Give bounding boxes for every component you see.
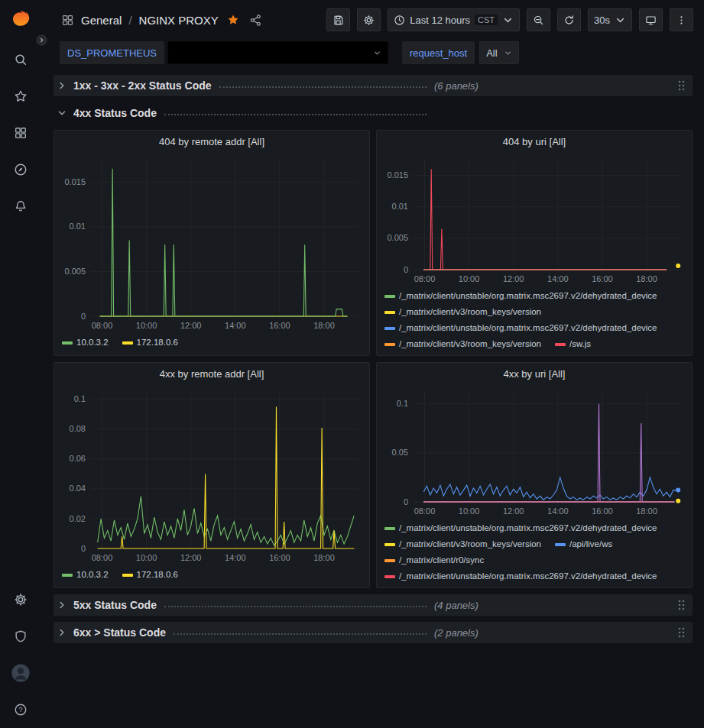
refresh-interval-picker[interactable]: 30s — [588, 8, 632, 31]
row-drag-handle[interactable] — [676, 78, 686, 93]
kiosk-mode-button[interactable] — [639, 8, 663, 31]
svg-text:0.015: 0.015 — [64, 177, 86, 186]
compass-icon — [14, 163, 28, 176]
variable-request-host: request_host All — [402, 41, 519, 64]
save-dashboard-button[interactable] — [326, 8, 350, 31]
legend-item[interactable]: /_matrix/client/unstable/org.matrix.msc2… — [384, 288, 657, 304]
sidebar-item-alerting[interactable] — [0, 188, 41, 225]
apps-icon — [61, 14, 74, 27]
series-color-marker — [384, 327, 395, 330]
legend-row: /_matrix/client/unstable/org.matrix.msc2… — [384, 520, 684, 536]
legend-item[interactable]: /sw.js — [555, 336, 591, 352]
legend-item[interactable]: /_matrix/client/v3/room_keys/version — [384, 536, 541, 552]
dotted-leader — [219, 86, 427, 88]
chart-area[interactable]: 00.020.040.060.080.108:0010:0012:0014:00… — [54, 384, 369, 565]
time-range-picker[interactable]: Last 12 hours CST — [388, 8, 520, 31]
dashboard-row-6xx[interactable]: 6xx > Status Code (2 panels) — [54, 622, 693, 643]
legend-item[interactable]: 10.0.3.2 — [62, 335, 109, 351]
sidebar-item-search[interactable] — [0, 41, 41, 78]
series-color-marker — [384, 543, 395, 546]
legend-row: /_matrix/client/v3/room_keys/version/api… — [384, 536, 684, 552]
sidebar-item-help[interactable]: ? — [0, 691, 41, 728]
series-label: 172.18.0.6 — [137, 567, 178, 583]
sidebar-item-profile[interactable] — [0, 655, 41, 691]
legend-row: /_matrix/client/v3/room_keys/version — [384, 304, 684, 320]
sidebar-item-starred[interactable] — [0, 78, 41, 115]
legend-item[interactable]: 172.18.0.6 — [122, 335, 178, 351]
grafana-logo[interactable] — [9, 8, 32, 31]
row-drag-handle[interactable] — [676, 597, 686, 613]
variable-label: request_host — [402, 41, 475, 64]
svg-text:0: 0 — [404, 265, 408, 274]
series-color-marker — [384, 343, 395, 346]
breadcrumb-dashboard-title[interactable]: NGINX PROXY — [139, 14, 219, 27]
dashboard-settings-button[interactable] — [357, 8, 381, 31]
breadcrumb-folder[interactable]: General — [81, 14, 122, 27]
svg-text:0.05: 0.05 — [392, 448, 408, 457]
clock-icon — [394, 15, 405, 26]
svg-text:0.04: 0.04 — [70, 484, 86, 493]
dashboard-row-4xx[interactable]: 4xx Status Code — [54, 102, 693, 124]
variable-value: All — [486, 47, 497, 59]
svg-text:0.1: 0.1 — [397, 399, 408, 408]
legend-item[interactable]: /_matrix/client/unstable/org.matrix.msc2… — [384, 320, 657, 336]
legend-item[interactable]: /_matrix/client/unstable/org.matrix.msc2… — [384, 568, 657, 584]
legend-item[interactable]: /api/live/ws — [555, 536, 612, 552]
favorite-star-button[interactable] — [227, 14, 239, 26]
more-options-button[interactable] — [670, 8, 693, 31]
dashboard-row-5xx[interactable]: 5xx Status Code (4 panels) — [54, 594, 693, 616]
bell-icon — [14, 199, 28, 213]
svg-text:12:00: 12:00 — [503, 274, 524, 283]
panel-header[interactable]: 4xx by remote addr [All] — [54, 363, 369, 384]
legend-item[interactable]: /_matrix/client/v3/room_keys/version — [384, 336, 541, 352]
sidebar-expand-button[interactable]: › — [35, 34, 48, 47]
series-color-marker — [384, 575, 395, 578]
dotted-leader — [164, 606, 427, 607]
zoom-out-icon — [533, 15, 544, 26]
dashboard-navbar: General / NGINX PROXY Last 12 hours — [41, 0, 704, 40]
series-color-marker — [384, 527, 395, 530]
variable-value-dropdown[interactable] — [167, 41, 388, 64]
svg-text:10:00: 10:00 — [459, 274, 480, 283]
series-label: /_matrix/client/unstable/org.matrix.msc2… — [399, 288, 657, 304]
series-label: /sw.js — [569, 336, 591, 352]
sidebar-item-dashboards[interactable] — [0, 115, 41, 151]
svg-text:12:00: 12:00 — [180, 553, 202, 562]
dashboard-row-1xx-3xx-2xx[interactable]: 1xx - 3xx - 2xx Status Code (6 panels) — [54, 75, 693, 96]
chart-area[interactable]: 00.050.108:0010:0012:0014:0016:0018:00 — [377, 384, 692, 519]
row-drag-handle[interactable] — [676, 625, 686, 640]
row-panel-count: (2 panels) — [434, 627, 479, 639]
sidebar-item-server-admin[interactable] — [0, 618, 41, 655]
svg-text:08:00: 08:00 — [92, 553, 113, 562]
svg-text:08:00: 08:00 — [414, 506, 436, 516]
legend-item[interactable]: 172.18.0.6 — [122, 567, 178, 583]
monitor-icon — [645, 15, 657, 26]
series-label: 10.0.3.2 — [76, 567, 109, 583]
svg-text:12:00: 12:00 — [503, 506, 524, 516]
refresh-button[interactable] — [557, 8, 581, 31]
legend-item[interactable]: /_matrix/client/r0/sync — [384, 552, 484, 568]
series-color-marker — [555, 343, 566, 346]
row-panel-count: (6 panels) — [434, 80, 479, 92]
svg-text:08:00: 08:00 — [92, 321, 113, 330]
chevron-down-icon — [373, 49, 381, 57]
refresh-interval-label: 30s — [594, 15, 610, 26]
legend-item[interactable]: /_matrix/client/v3/room_keys/version — [384, 304, 541, 320]
variable-label: DS_PROMETHEUS — [60, 41, 164, 64]
sidebar-item-explore[interactable] — [0, 151, 41, 188]
legend-item[interactable]: /_matrix/client/unstable/org.matrix.msc2… — [384, 520, 657, 536]
share-button[interactable] — [249, 14, 262, 27]
legend-item[interactable]: 10.0.3.2 — [62, 567, 109, 583]
time-zoom-out-button[interactable] — [527, 8, 550, 31]
sidebar-item-configuration[interactable] — [0, 581, 41, 618]
chart-area[interactable]: 00.0050.010.01508:0010:0012:0014:0016:00… — [377, 152, 692, 286]
series-color-marker — [555, 543, 566, 546]
variable-value-dropdown[interactable]: All — [479, 41, 519, 64]
svg-text:0.02: 0.02 — [70, 514, 86, 523]
grafana-app: ? › General / NGINX PROXY — [0, 0, 704, 728]
panel-header[interactable]: 404 by remote addr [All] — [54, 131, 369, 152]
panel-header[interactable]: 4xx by uri [All] — [377, 363, 692, 384]
chart-area[interactable]: 00.0050.010.01508:0010:0012:0014:0016:00… — [54, 152, 369, 333]
panel-header[interactable]: 404 by uri [All] — [377, 131, 692, 152]
series-label: /_matrix/client/v3/room_keys/version — [399, 336, 541, 352]
